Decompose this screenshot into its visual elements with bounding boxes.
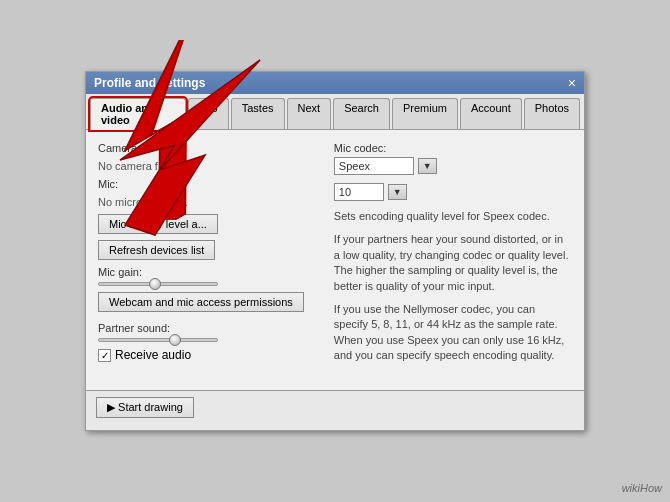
left-panel: Camera: No camera f... Mic: No microphon…	[98, 142, 318, 378]
mic-value: No microphone f...	[98, 196, 188, 208]
tabs-bar: Audio and video Info Tastes Next Search …	[86, 94, 584, 130]
mic-gain-track[interactable]	[98, 282, 218, 286]
info-text-2: If your partners hear your sound distort…	[334, 232, 572, 294]
mic-activity-button[interactable]: Mic activity level a...	[98, 214, 218, 234]
info-text-1: Sets encoding quality level for Speex co…	[334, 209, 572, 224]
title-bar: Profile and settings ×	[86, 72, 584, 94]
codec-select-arrow[interactable]: ▼	[418, 158, 437, 174]
info-text-1-section: Sets encoding quality level for Speex co…	[334, 209, 572, 224]
mic-codec-label: Mic codec:	[334, 142, 572, 154]
mic-gain-label: Mic gain:	[98, 266, 318, 278]
info-text-3-section: If you use the Nellymoser codec, you can…	[334, 302, 572, 364]
mic-value-row: No microphone f...	[98, 196, 318, 208]
camera-value-row: No camera f...	[98, 160, 318, 172]
dialog-title: Profile and settings	[94, 76, 205, 90]
dialog: Profile and settings × Audio and video I…	[85, 71, 585, 431]
tab-photos[interactable]: Photos	[524, 98, 580, 129]
partner-sound-label: Partner sound:	[98, 322, 318, 334]
receive-audio-row: ✓ Receive audio	[98, 348, 318, 362]
mic-codec-control: Speex ▼	[334, 157, 572, 175]
partner-sound-thumb[interactable]	[169, 334, 181, 346]
tab-search[interactable]: Search	[333, 98, 390, 129]
content-area: Camera: No camera f... Mic: No microphon…	[86, 130, 584, 390]
info-text-3: If you use the Nellymoser codec, you can…	[334, 302, 572, 364]
quality-section: 10 ▼	[334, 183, 572, 201]
bottom-bar: ▶ Start drawing	[86, 390, 584, 430]
wikihow-watermark: wikiHow	[622, 482, 662, 494]
tab-info[interactable]: Info	[188, 98, 228, 129]
receive-audio-label: Receive audio	[115, 348, 191, 362]
close-button[interactable]: ×	[568, 76, 576, 90]
tab-account[interactable]: Account	[460, 98, 522, 129]
camera-value: No camera f...	[98, 160, 167, 172]
partner-sound-container: Partner sound:	[98, 322, 318, 342]
tab-premium[interactable]: Premium	[392, 98, 458, 129]
info-text-2-section: If your partners hear your sound distort…	[334, 232, 572, 294]
quality-select[interactable]: 10	[334, 183, 384, 201]
right-panel: Mic codec: Speex ▼ 10 ▼	[334, 142, 572, 378]
quality-select-arrow[interactable]: ▼	[388, 184, 407, 200]
mic-label: Mic:	[98, 178, 168, 190]
tab-next[interactable]: Next	[287, 98, 332, 129]
mic-gain-container: Mic gain:	[98, 266, 318, 286]
partner-sound-track[interactable]	[98, 338, 218, 342]
mic-codec-section: Mic codec: Speex ▼	[334, 142, 572, 175]
start-drawing-button[interactable]: ▶ Start drawing	[96, 397, 194, 418]
mic-row: Mic:	[98, 178, 318, 190]
mic-gain-thumb[interactable]	[149, 278, 161, 290]
camera-label: Camera:	[98, 142, 168, 154]
codec-select[interactable]: Speex	[334, 157, 414, 175]
camera-row: Camera:	[98, 142, 318, 154]
receive-audio-checkbox[interactable]: ✓	[98, 349, 111, 362]
webcam-permissions-button[interactable]: Webcam and mic access permissions	[98, 292, 304, 312]
outer-wrapper: Profile and settings × Audio and video I…	[0, 0, 670, 502]
tab-audio-video[interactable]: Audio and video	[90, 98, 186, 130]
refresh-devices-button[interactable]: Refresh devices list	[98, 240, 215, 260]
tab-tastes[interactable]: Tastes	[231, 98, 285, 129]
quality-control: 10 ▼	[334, 183, 572, 201]
